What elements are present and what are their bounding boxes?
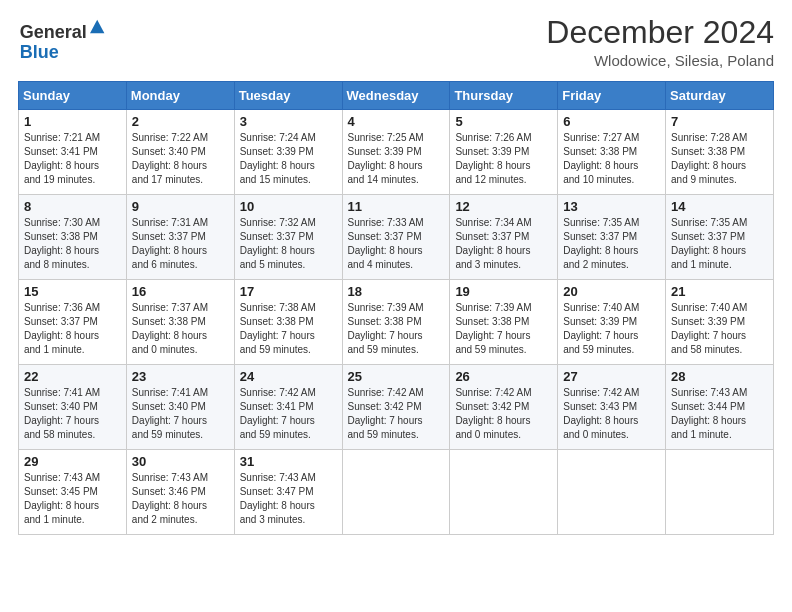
calendar-cell: 23Sunrise: 7:41 AMSunset: 3:40 PMDayligh… [126,365,234,450]
day-number: 10 [240,199,337,214]
day-number: 29 [24,454,121,469]
calendar-week-row: 22Sunrise: 7:41 AMSunset: 3:40 PMDayligh… [19,365,774,450]
day-info: Sunrise: 7:42 AMSunset: 3:41 PMDaylight:… [240,386,337,442]
col-thursday: Thursday [450,82,558,110]
day-number: 20 [563,284,660,299]
calendar-cell: 22Sunrise: 7:41 AMSunset: 3:40 PMDayligh… [19,365,127,450]
title-area: December 2024 Wlodowice, Silesia, Poland [546,15,774,69]
day-number: 24 [240,369,337,384]
day-info: Sunrise: 7:38 AMSunset: 3:38 PMDaylight:… [240,301,337,357]
day-info: Sunrise: 7:26 AMSunset: 3:39 PMDaylight:… [455,131,552,187]
day-number: 15 [24,284,121,299]
day-info: Sunrise: 7:25 AMSunset: 3:39 PMDaylight:… [348,131,445,187]
calendar-table: Sunday Monday Tuesday Wednesday Thursday… [18,81,774,535]
col-saturday: Saturday [666,82,774,110]
day-number: 19 [455,284,552,299]
day-number: 1 [24,114,121,129]
calendar-cell: 19Sunrise: 7:39 AMSunset: 3:38 PMDayligh… [450,280,558,365]
day-number: 2 [132,114,229,129]
day-number: 14 [671,199,768,214]
day-number: 13 [563,199,660,214]
day-number: 4 [348,114,445,129]
day-info: Sunrise: 7:35 AMSunset: 3:37 PMDaylight:… [671,216,768,272]
day-number: 6 [563,114,660,129]
calendar-cell: 29Sunrise: 7:43 AMSunset: 3:45 PMDayligh… [19,450,127,535]
calendar-header-row: Sunday Monday Tuesday Wednesday Thursday… [19,82,774,110]
calendar-cell: 10Sunrise: 7:32 AMSunset: 3:37 PMDayligh… [234,195,342,280]
day-number: 8 [24,199,121,214]
day-info: Sunrise: 7:43 AMSunset: 3:46 PMDaylight:… [132,471,229,527]
calendar-cell: 31Sunrise: 7:43 AMSunset: 3:47 PMDayligh… [234,450,342,535]
calendar-cell [450,450,558,535]
day-number: 26 [455,369,552,384]
calendar-cell: 9Sunrise: 7:31 AMSunset: 3:37 PMDaylight… [126,195,234,280]
svg-text:General: General [20,22,87,42]
day-info: Sunrise: 7:37 AMSunset: 3:38 PMDaylight:… [132,301,229,357]
day-number: 16 [132,284,229,299]
calendar-cell: 30Sunrise: 7:43 AMSunset: 3:46 PMDayligh… [126,450,234,535]
day-info: Sunrise: 7:42 AMSunset: 3:43 PMDaylight:… [563,386,660,442]
day-number: 11 [348,199,445,214]
day-info: Sunrise: 7:32 AMSunset: 3:37 PMDaylight:… [240,216,337,272]
col-sunday: Sunday [19,82,127,110]
day-info: Sunrise: 7:31 AMSunset: 3:37 PMDaylight:… [132,216,229,272]
day-info: Sunrise: 7:28 AMSunset: 3:38 PMDaylight:… [671,131,768,187]
calendar-week-row: 29Sunrise: 7:43 AMSunset: 3:45 PMDayligh… [19,450,774,535]
logo-svg: General Blue [18,15,108,65]
day-info: Sunrise: 7:39 AMSunset: 3:38 PMDaylight:… [455,301,552,357]
day-info: Sunrise: 7:27 AMSunset: 3:38 PMDaylight:… [563,131,660,187]
calendar-cell: 15Sunrise: 7:36 AMSunset: 3:37 PMDayligh… [19,280,127,365]
calendar-cell: 20Sunrise: 7:40 AMSunset: 3:39 PMDayligh… [558,280,666,365]
day-number: 17 [240,284,337,299]
calendar-cell: 3Sunrise: 7:24 AMSunset: 3:39 PMDaylight… [234,110,342,195]
svg-text:Blue: Blue [20,42,59,62]
day-info: Sunrise: 7:35 AMSunset: 3:37 PMDaylight:… [563,216,660,272]
calendar-cell: 27Sunrise: 7:42 AMSunset: 3:43 PMDayligh… [558,365,666,450]
day-number: 31 [240,454,337,469]
calendar-cell [342,450,450,535]
header: General Blue December 2024 Wlodowice, Si… [18,15,774,69]
day-number: 28 [671,369,768,384]
calendar-cell: 4Sunrise: 7:25 AMSunset: 3:39 PMDaylight… [342,110,450,195]
calendar-cell: 6Sunrise: 7:27 AMSunset: 3:38 PMDaylight… [558,110,666,195]
location-title: Wlodowice, Silesia, Poland [546,52,774,69]
calendar-cell: 5Sunrise: 7:26 AMSunset: 3:39 PMDaylight… [450,110,558,195]
day-number: 7 [671,114,768,129]
calendar-cell: 16Sunrise: 7:37 AMSunset: 3:38 PMDayligh… [126,280,234,365]
day-number: 12 [455,199,552,214]
day-info: Sunrise: 7:40 AMSunset: 3:39 PMDaylight:… [563,301,660,357]
day-info: Sunrise: 7:39 AMSunset: 3:38 PMDaylight:… [348,301,445,357]
day-info: Sunrise: 7:41 AMSunset: 3:40 PMDaylight:… [132,386,229,442]
day-number: 27 [563,369,660,384]
calendar-cell: 12Sunrise: 7:34 AMSunset: 3:37 PMDayligh… [450,195,558,280]
day-info: Sunrise: 7:42 AMSunset: 3:42 PMDaylight:… [455,386,552,442]
day-number: 5 [455,114,552,129]
calendar-cell: 2Sunrise: 7:22 AMSunset: 3:40 PMDaylight… [126,110,234,195]
calendar-cell: 28Sunrise: 7:43 AMSunset: 3:44 PMDayligh… [666,365,774,450]
svg-marker-1 [90,20,104,34]
day-info: Sunrise: 7:41 AMSunset: 3:40 PMDaylight:… [24,386,121,442]
calendar-cell [666,450,774,535]
calendar-cell: 24Sunrise: 7:42 AMSunset: 3:41 PMDayligh… [234,365,342,450]
calendar-week-row: 15Sunrise: 7:36 AMSunset: 3:37 PMDayligh… [19,280,774,365]
col-wednesday: Wednesday [342,82,450,110]
col-tuesday: Tuesday [234,82,342,110]
calendar-cell: 26Sunrise: 7:42 AMSunset: 3:42 PMDayligh… [450,365,558,450]
day-info: Sunrise: 7:43 AMSunset: 3:47 PMDaylight:… [240,471,337,527]
day-number: 23 [132,369,229,384]
calendar-cell: 21Sunrise: 7:40 AMSunset: 3:39 PMDayligh… [666,280,774,365]
calendar-cell [558,450,666,535]
month-title: December 2024 [546,15,774,50]
day-number: 22 [24,369,121,384]
day-info: Sunrise: 7:24 AMSunset: 3:39 PMDaylight:… [240,131,337,187]
calendar-week-row: 1Sunrise: 7:21 AMSunset: 3:41 PMDaylight… [19,110,774,195]
col-friday: Friday [558,82,666,110]
calendar-cell: 25Sunrise: 7:42 AMSunset: 3:42 PMDayligh… [342,365,450,450]
day-number: 30 [132,454,229,469]
day-info: Sunrise: 7:34 AMSunset: 3:37 PMDaylight:… [455,216,552,272]
calendar-cell: 18Sunrise: 7:39 AMSunset: 3:38 PMDayligh… [342,280,450,365]
day-info: Sunrise: 7:40 AMSunset: 3:39 PMDaylight:… [671,301,768,357]
calendar-cell: 7Sunrise: 7:28 AMSunset: 3:38 PMDaylight… [666,110,774,195]
calendar-cell: 13Sunrise: 7:35 AMSunset: 3:37 PMDayligh… [558,195,666,280]
day-info: Sunrise: 7:30 AMSunset: 3:38 PMDaylight:… [24,216,121,272]
